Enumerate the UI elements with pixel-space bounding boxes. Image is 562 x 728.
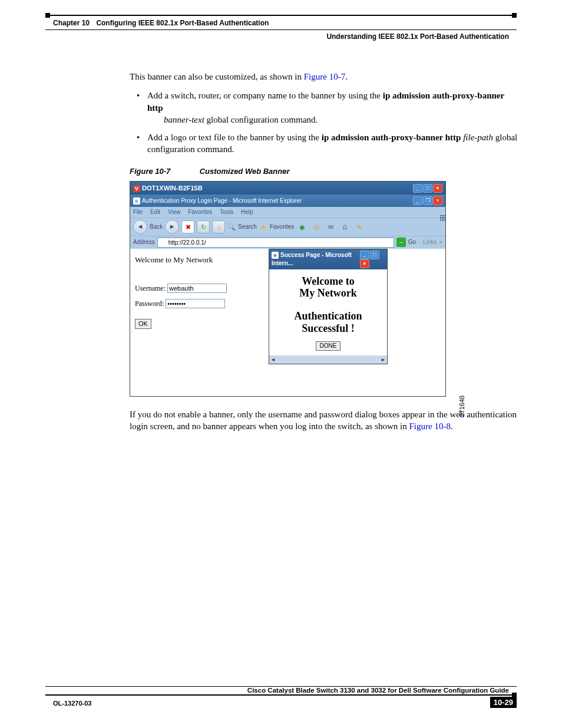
popup-body: Welcome to My Network Authentication Suc… xyxy=(269,269,387,355)
bullet2-text-a: Add a logo or text file to the banner by… xyxy=(147,133,322,142)
ie-icon: e xyxy=(133,197,140,205)
search-icon[interactable]: 🔍 xyxy=(227,221,236,233)
bullet1-text-d: global configuration command. xyxy=(204,115,318,124)
success-popup: eSuccess Page - Microsoft Intern... _□× … xyxy=(269,249,388,364)
print-button[interactable]: ⎙ xyxy=(339,221,351,233)
popup-scroll-right-icon[interactable]: ► xyxy=(381,356,386,363)
popup-maximize-button[interactable]: □ xyxy=(370,251,379,259)
bullet-item-1: Add a switch, router, or company name to… xyxy=(147,90,521,126)
menu-view[interactable]: View xyxy=(168,209,181,215)
bullet1-text-a: Add a switch, router, or company name to… xyxy=(147,91,383,100)
footer-page-number: 10-29 xyxy=(490,697,517,708)
username-input[interactable] xyxy=(167,284,227,293)
password-input[interactable] xyxy=(166,299,225,308)
footer-guide-title: Cisco Catalyst Blade Switch 3130 and 303… xyxy=(247,687,509,694)
bullet2-arg: file-path xyxy=(463,133,493,142)
chapter-title: Configuring IEEE 802.1x Port-Based Authe… xyxy=(96,19,269,27)
figure-title: Customized Web Banner xyxy=(200,167,290,176)
intro-end: . xyxy=(345,72,348,81)
chapter-header: Chapter 10 Configuring IEEE 802.1x Port-… xyxy=(53,19,269,27)
address-bar: Address → Go Links » xyxy=(130,236,445,249)
history-button[interactable]: ◷ xyxy=(310,221,322,233)
figure-10-7-link[interactable]: Figure 10-7 xyxy=(304,72,345,81)
popup-minimize-button[interactable]: _ xyxy=(360,251,369,259)
done-button[interactable]: DONE xyxy=(316,341,341,351)
back-button[interactable]: ◄ xyxy=(133,220,147,234)
mail-button[interactable]: ✉ xyxy=(325,221,336,233)
favorites-label: Favorites xyxy=(270,223,294,231)
stop-button[interactable]: ✖ xyxy=(181,220,194,233)
figure-caption: Figure 10-7 Customized Web Banner xyxy=(130,166,521,177)
toolbar: ◄ Back ► ✖ ↻ ⌂ 🔍 Search ★ Favorites ◉ ◷ … xyxy=(130,218,445,236)
popup-window-controls: _□× xyxy=(359,251,385,268)
header-marker-right xyxy=(512,13,517,18)
outer-minimize-button[interactable]: _ xyxy=(413,184,422,193)
address-label: Address xyxy=(133,238,155,246)
media-button[interactable]: ◉ xyxy=(296,221,308,233)
menu-file[interactable]: File xyxy=(133,209,143,215)
outer-maximize-button[interactable]: □ xyxy=(423,184,432,193)
browser-window: VDOT1XWIN-B2F15B _□× eAuthentication Pro… xyxy=(130,181,446,397)
outer-close-button[interactable]: × xyxy=(433,184,442,193)
app-icon: V xyxy=(133,185,140,192)
app-title: VDOT1XWIN-B2F15B xyxy=(133,184,203,193)
refresh-button[interactable]: ↻ xyxy=(197,220,210,233)
go-button[interactable]: → xyxy=(396,238,406,247)
footer-doc-id: OL-13270-03 xyxy=(53,700,91,707)
subheader-rule xyxy=(45,29,517,30)
popup-ie-icon: e xyxy=(272,252,279,259)
address-input[interactable] xyxy=(157,238,394,248)
figure-id-label: 271648 xyxy=(458,396,467,417)
menu-bar: File Edit View Favorites Tools Help ⊞ xyxy=(130,207,445,218)
doc-title: eAuthentication Proxy Login Page - Micro… xyxy=(133,197,302,205)
go-label: Go xyxy=(408,238,416,246)
section-title: Understanding IEEE 802.1x Port-Based Aut… xyxy=(326,32,509,41)
password-label: Password: xyxy=(135,299,164,308)
ok-button[interactable]: OK xyxy=(135,319,151,329)
header-marker-left xyxy=(45,13,50,18)
after-end: . xyxy=(451,421,453,431)
popup-scroll-left-icon[interactable]: ◄ xyxy=(270,356,276,363)
popup-scrollbar[interactable]: ◄ ► xyxy=(269,355,387,364)
inner-close-button[interactable]: × xyxy=(433,196,442,205)
inner-minimize-button[interactable]: _ xyxy=(413,196,422,205)
popup-title: eSuccess Page - Microsoft Intern... xyxy=(272,251,359,267)
outer-window-controls: _□× xyxy=(412,183,442,193)
intro-paragraph: This banner can also be customized, as s… xyxy=(130,71,521,83)
figure-10-8-link[interactable]: Figure 10-8 xyxy=(409,421,450,431)
outer-title-bar: VDOT1XWIN-B2F15B _□× xyxy=(130,182,445,195)
search-label: Search xyxy=(238,223,257,231)
page-content: Welcome to My Network Username: Password… xyxy=(130,249,445,396)
popup-welcome-2: My Network xyxy=(273,287,384,299)
links-label[interactable]: Links xyxy=(423,238,437,246)
menu-edit[interactable]: Edit xyxy=(150,209,160,215)
popup-close-button[interactable]: × xyxy=(360,259,369,268)
header-rule xyxy=(45,15,517,16)
chapter-number: Chapter 10 xyxy=(53,19,90,27)
inner-window-controls: _❐× xyxy=(412,196,442,205)
popup-auth-1: Authentication xyxy=(273,310,384,322)
popup-auth-2: Successful ! xyxy=(273,322,384,335)
content-area: This banner can also be customized, as s… xyxy=(130,71,521,439)
menu-help[interactable]: Help xyxy=(241,209,253,215)
bullet-item-2: Add a logo or text file to the banner by… xyxy=(147,131,521,156)
bullet2-cmd: ip admission auth-proxy-banner http xyxy=(322,133,461,142)
windows-flag-icon: ⊞ xyxy=(438,213,448,222)
menu-favorites[interactable]: Favorites xyxy=(188,209,212,215)
menu-tools[interactable]: Tools xyxy=(220,209,233,215)
figure-number: Figure 10-7 xyxy=(130,166,197,177)
links-chevron-icon[interactable]: » xyxy=(439,238,442,246)
edit-button[interactable]: ✎ xyxy=(353,221,365,233)
username-label: Username: xyxy=(135,284,166,292)
bullet1-indent: banner-text global configuration command… xyxy=(164,114,521,126)
popup-title-bar: eSuccess Page - Microsoft Intern... _□× xyxy=(269,249,387,269)
inner-restore-button[interactable]: ❐ xyxy=(423,196,432,205)
document-title-bar: eAuthentication Proxy Login Page - Micro… xyxy=(130,195,445,207)
favorites-icon[interactable]: ★ xyxy=(259,221,267,233)
popup-welcome-1: Welcome to xyxy=(273,275,384,288)
home-button[interactable]: ⌂ xyxy=(212,220,225,233)
forward-button[interactable]: ► xyxy=(165,220,179,234)
bullet1-arg: banner-text xyxy=(164,115,204,124)
footer-rule-2 xyxy=(45,694,517,696)
intro-text: This banner can also be customized, as s… xyxy=(130,72,304,81)
